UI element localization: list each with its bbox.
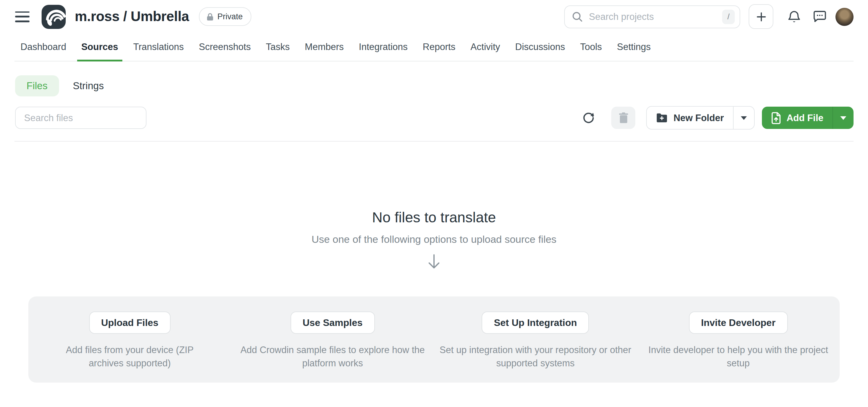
set-up-integration-description: Set up integration with your repository …	[434, 343, 637, 370]
upload-options-card: Upload Files Add files from your device …	[28, 296, 840, 383]
use-samples-description: Add Crowdin sample files to explore how …	[238, 343, 427, 370]
empty-state-subtitle: Use one of the following options to uplo…	[0, 234, 868, 246]
crowdin-logo-icon[interactable]	[41, 4, 66, 29]
notifications-button[interactable]	[784, 6, 804, 27]
files-toolbar: New Folder Add File	[15, 106, 854, 129]
delete-button[interactable]	[612, 107, 636, 129]
project-nav: Dashboard Sources Translations Screensho…	[14, 33, 854, 61]
tab-tools[interactable]: Tools	[580, 33, 602, 61]
tab-members[interactable]: Members	[305, 33, 344, 61]
subnav-strings[interactable]: Strings	[72, 75, 105, 96]
tab-activity[interactable]: Activity	[470, 33, 500, 61]
bell-icon	[787, 9, 801, 24]
tab-integrations[interactable]: Integrations	[359, 33, 408, 61]
tab-dashboard[interactable]: Dashboard	[21, 33, 66, 61]
down-arrow-icon	[426, 253, 442, 270]
new-folder-button[interactable]: New Folder	[647, 107, 733, 129]
caret-down-icon	[840, 116, 846, 120]
create-project-button[interactable]	[749, 4, 773, 29]
tab-discussions[interactable]: Discussions	[515, 33, 565, 61]
file-search-input[interactable]	[15, 107, 147, 129]
upload-files-option: Upload Files Add files from your device …	[28, 312, 231, 383]
new-folder-dropdown-button[interactable]	[734, 107, 754, 129]
lock-icon	[206, 12, 214, 21]
privacy-badge-label: Private	[217, 12, 243, 21]
privacy-badge: Private	[198, 7, 251, 26]
sources-subnav: Files Strings	[15, 75, 868, 96]
page-title: m.ross / Umbrella	[75, 8, 189, 25]
tab-tasks[interactable]: Tasks	[266, 33, 290, 61]
search-shortcut-key: /	[722, 9, 735, 24]
set-up-integration-button[interactable]: Set Up Integration	[482, 312, 589, 334]
empty-state: No files to translate Use one of the fol…	[0, 209, 868, 272]
set-up-integration-option: Set Up Integration Set up integration wi…	[434, 312, 637, 383]
use-samples-button[interactable]: Use Samples	[290, 312, 375, 334]
upload-files-description: Add files from your device (ZIP archives…	[66, 343, 194, 370]
add-file-dropdown-button[interactable]	[833, 107, 854, 129]
user-avatar[interactable]	[835, 7, 854, 26]
tab-screenshots[interactable]: Screenshots	[199, 33, 251, 61]
refresh-icon	[583, 112, 595, 124]
messages-icon	[812, 10, 827, 24]
file-upload-icon	[771, 112, 781, 124]
subnav-files[interactable]: Files	[15, 75, 59, 96]
tab-translations[interactable]: Translations	[133, 33, 184, 61]
tab-reports[interactable]: Reports	[423, 33, 456, 61]
add-file-split-button: Add File	[762, 107, 854, 129]
toolbar-divider	[14, 141, 854, 142]
invite-developer-button[interactable]: Invite Developer	[689, 312, 787, 334]
search-icon	[572, 11, 583, 22]
hamburger-menu-icon[interactable]	[15, 11, 30, 22]
crowdin-project-page: m.ross / Umbrella Private /	[0, 0, 868, 407]
add-file-label: Add File	[786, 113, 824, 123]
tab-settings[interactable]: Settings	[617, 33, 651, 61]
upload-files-button[interactable]: Upload Files	[89, 312, 170, 334]
add-file-button[interactable]: Add File	[762, 107, 832, 129]
folder-plus-icon	[656, 113, 668, 123]
new-folder-split-button: New Folder	[647, 106, 755, 129]
refresh-button[interactable]	[583, 112, 595, 124]
project-search: /	[564, 5, 740, 28]
sources-content: Files Strings	[0, 75, 868, 383]
caret-down-icon	[741, 116, 747, 120]
search-input[interactable]	[564, 5, 740, 28]
plus-icon	[755, 11, 767, 22]
new-folder-label: New Folder	[674, 113, 724, 123]
top-bar: m.ross / Umbrella Private /	[0, 0, 868, 33]
messages-button[interactable]	[809, 6, 830, 27]
trash-icon	[618, 112, 629, 124]
tab-sources[interactable]: Sources	[82, 33, 118, 61]
empty-state-title: No files to translate	[0, 209, 868, 226]
invite-developer-option: Invite Developer Invite developer to hel…	[637, 312, 840, 383]
use-samples-option: Use Samples Add Crowdin sample files to …	[231, 312, 434, 383]
invite-developer-description: Invite developer to help you with the pr…	[643, 343, 834, 370]
